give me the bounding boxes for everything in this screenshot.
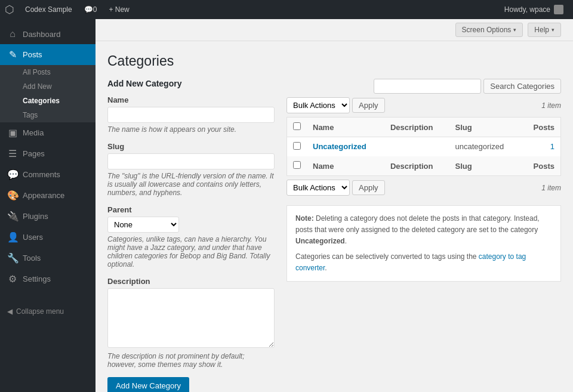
sidebar-item-pages[interactable]: ☰ Pages [0, 143, 96, 164]
sidebar-item-dashboard[interactable]: ⌂ Dashboard [0, 24, 96, 44]
table-row: Uncategorized uncategorized 1 [287, 137, 561, 157]
submenu-categories[interactable]: Categories [0, 94, 96, 108]
add-category-panel: Add New Category Name The name is how it… [107, 79, 275, 392]
col-check-footer [287, 156, 307, 176]
sidebar-item-label: Appearance [23, 191, 64, 200]
col-slug-footer[interactable]: Slug [449, 156, 522, 176]
sidebar-item-settings[interactable]: ⚙ Settings [0, 268, 96, 289]
tools-icon: 🔧 [7, 252, 18, 264]
sidebar-item-label: Tools [23, 254, 41, 263]
top-toolbar: Bulk Actions Apply 1 item [286, 97, 561, 113]
parent-note: Categories, unlike tags, can have a hier… [107, 235, 275, 268]
adminbar-comments[interactable]: 💬 0 [79, 0, 102, 19]
col-description-header[interactable]: Description [384, 118, 449, 137]
sidebar-item-label: Dashboard [23, 30, 61, 39]
note-paragraph-1: Note: Deleting a category does not delet… [295, 213, 552, 248]
sidebar-item-label: Comments [23, 170, 60, 179]
avatar [554, 5, 563, 14]
bottom-apply-button[interactable]: Apply [352, 180, 385, 195]
media-icon: ▣ [7, 127, 18, 138]
row-posts-cell: 1 [521, 137, 560, 157]
adminbar-new[interactable]: + New [104, 0, 134, 19]
bottom-toolbar: Bulk Actions Apply 1 item [286, 180, 561, 196]
top-bulk-select[interactable]: Bulk Actions [286, 97, 350, 113]
description-textarea[interactable] [107, 288, 275, 348]
col-slug-header[interactable]: Slug [449, 118, 522, 137]
col-posts-footer[interactable]: Posts [521, 156, 560, 176]
name-label: Name [107, 95, 275, 104]
main-layout: Add New Category Name The name is how it… [107, 79, 561, 392]
category-table-panel: Search Categories Bulk Actions Apply 1 i… [286, 79, 561, 282]
parent-field-group: Parent None Categories, unlike tags, can… [107, 205, 275, 268]
submenu-tags[interactable]: Tags [0, 108, 96, 122]
collapse-icon: ◀ [7, 307, 13, 316]
row-description-cell [384, 137, 449, 157]
top-apply-button[interactable]: Apply [352, 98, 385, 113]
name-field-group: Name The name is how it appears on your … [107, 95, 275, 134]
slug-note: The "slug" is the URL-friendly version o… [107, 172, 275, 197]
plugins-icon: 🔌 [7, 211, 18, 222]
parent-label: Parent [107, 205, 275, 214]
posts-submenu: All Posts Add New Categories Tags [0, 65, 96, 122]
submenu-add-new[interactable]: Add New [0, 79, 96, 94]
dashboard-icon: ⌂ [7, 29, 18, 39]
help-button[interactable]: Help ▾ [528, 23, 561, 37]
description-label: Description [107, 277, 275, 286]
sidebar-item-tools[interactable]: 🔧 Tools [0, 248, 96, 268]
help-caret-icon: ▾ [552, 27, 554, 33]
sidebar-item-users[interactable]: 👤 Users [0, 227, 96, 248]
table-footer-row: Name Description Slug Posts [287, 156, 561, 176]
sidebar-item-plugins[interactable]: 🔌 Plugins [0, 206, 96, 227]
sidebar-item-label: Media [23, 128, 44, 137]
adminbar-site-name[interactable]: Codex Sample [20, 0, 77, 19]
uncategorized-label: Uncategorized [295, 237, 345, 245]
category-name-link[interactable]: Uncategorized [313, 142, 366, 151]
sidebar-item-appearance[interactable]: 🎨 Appearance [0, 185, 96, 206]
add-new-category-button[interactable]: Add New Category [107, 377, 189, 392]
row-checkbox-cell [287, 137, 307, 157]
parent-select[interactable]: None [107, 217, 179, 233]
row-slug-cell: uncategorized [449, 137, 522, 157]
row-checkbox[interactable] [293, 142, 301, 150]
notes-section: Note: Deleting a category does not delet… [286, 205, 561, 282]
select-all-checkbox-bottom[interactable] [293, 161, 301, 169]
row-name-cell: Uncategorized [307, 137, 384, 157]
sidebar-item-comments[interactable]: 💬 Comments [0, 164, 96, 185]
admin-bar: ⬡ Codex Sample 💬 0 + New Howdy, wpace [0, 0, 573, 19]
add-category-heading: Add New Category [107, 79, 275, 88]
row-posts-link[interactable]: 1 [550, 142, 554, 151]
sidebar-item-label: Pages [23, 149, 45, 158]
sidebar-item-posts[interactable]: ✎ Posts [0, 44, 96, 65]
collapse-menu-button[interactable]: ◀ Collapse menu [0, 301, 96, 322]
col-description-footer[interactable]: Description [384, 156, 449, 176]
page-header-bar: Screen Options ▾ Help ▾ [96, 19, 573, 41]
slug-input[interactable] [107, 153, 275, 169]
description-field-group: Description The description is not promi… [107, 277, 275, 369]
select-all-checkbox-top[interactable] [293, 122, 301, 130]
name-input[interactable] [107, 107, 275, 123]
posts-icon: ✎ [7, 49, 18, 60]
col-name-header[interactable]: Name [307, 118, 384, 137]
settings-icon: ⚙ [7, 273, 18, 285]
slug-field-group: Slug The "slug" is the URL-friendly vers… [107, 142, 275, 197]
appearance-icon: 🎨 [7, 190, 18, 201]
search-input[interactable] [374, 79, 481, 94]
wp-logo-icon[interactable]: ⬡ [5, 3, 14, 16]
submenu-all-posts[interactable]: All Posts [0, 65, 96, 79]
bottom-bulk-select[interactable]: Bulk Actions [286, 180, 350, 196]
bottom-bulk-actions-wrap: Bulk Actions Apply [286, 180, 385, 196]
search-categories-button[interactable]: Search Categories [483, 79, 561, 94]
table-header-row: Name Description Slug Posts [287, 118, 561, 137]
comments-icon: 💬 [84, 5, 93, 14]
col-posts-header[interactable]: Posts [521, 118, 560, 137]
screen-options-button[interactable]: Screen Options ▾ [455, 23, 523, 37]
sidebar-item-label: Plugins [23, 212, 48, 221]
screen-options-caret-icon: ▾ [513, 27, 516, 33]
adminbar-howdy[interactable]: Howdy, wpace [500, 5, 568, 14]
note-label: Note: [295, 214, 314, 223]
sidebar-item-label: Users [23, 233, 43, 242]
sidebar-item-media[interactable]: ▣ Media [0, 122, 96, 143]
pages-icon: ☰ [7, 148, 18, 159]
col-name-footer[interactable]: Name [307, 156, 384, 176]
col-check-header [287, 118, 307, 137]
